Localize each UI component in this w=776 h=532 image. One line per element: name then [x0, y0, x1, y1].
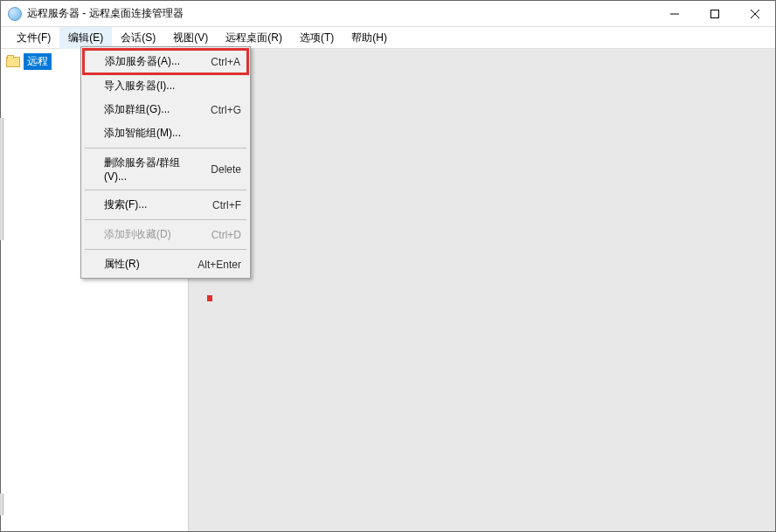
menu-search[interactable]: 搜索(F)... Ctrl+F — [83, 193, 248, 217]
red-marker — [207, 295, 212, 301]
menu-add-group[interactable]: 添加群组(G)... Ctrl+G — [83, 98, 248, 121]
menu-item-shortcut: Delete — [211, 163, 241, 176]
folder-icon — [6, 57, 20, 67]
left-panel-tab[interactable] — [0, 118, 3, 240]
menu-item-label: 添加服务器(A)... — [105, 54, 200, 69]
menu-item-label: 添加智能组(M)... — [104, 126, 241, 141]
menu-separator — [85, 148, 246, 149]
menu-item-label: 添加到收藏(D) — [104, 227, 201, 242]
menu-item-label: 属性(R) — [104, 257, 187, 272]
tree-root-label: 远程 — [24, 53, 52, 70]
menu-item-label: 添加群组(G)... — [104, 102, 200, 117]
menu-edit[interactable]: 编辑(E) — [59, 27, 112, 49]
menu-add-favorites: 添加到收藏(D) Ctrl+D — [83, 223, 248, 246]
menu-item-shortcut: Ctrl+A — [211, 56, 240, 68]
menu-options[interactable]: 选项(T) — [291, 27, 343, 49]
menu-item-label: 搜索(F)... — [104, 197, 202, 212]
menu-help[interactable]: 帮助(H) — [343, 27, 396, 49]
app-icon — [8, 7, 22, 21]
window-controls — [655, 1, 775, 26]
menu-view[interactable]: 视图(V) — [164, 27, 217, 49]
menu-item-shortcut: Ctrl+D — [211, 229, 241, 241]
titlebar: 远程服务器 - 远程桌面连接管理器 — [1, 1, 775, 27]
window-title: 远程服务器 - 远程桌面连接管理器 — [27, 6, 655, 21]
maximize-button[interactable] — [695, 1, 735, 26]
menu-add-smart-group[interactable]: 添加智能组(M)... — [83, 121, 248, 145]
menu-add-server[interactable]: 添加服务器(A)... Ctrl+A — [82, 48, 249, 75]
left-panel-tab-bottom[interactable] — [0, 494, 3, 515]
minimize-button[interactable] — [655, 1, 695, 26]
menu-item-shortcut: Alt+Enter — [197, 259, 241, 271]
menu-properties[interactable]: 属性(R) Alt+Enter — [83, 252, 248, 276]
menu-file[interactable]: 文件(F) — [8, 27, 59, 49]
menu-separator — [85, 219, 246, 220]
menu-item-shortcut: Ctrl+G — [211, 104, 241, 116]
main-content — [189, 49, 775, 531]
menu-item-shortcut: Ctrl+F — [212, 199, 241, 211]
menu-separator — [85, 249, 246, 250]
menu-separator — [85, 190, 246, 190]
menu-session[interactable]: 会话(S) — [112, 27, 164, 49]
close-button[interactable] — [735, 1, 775, 26]
edit-dropdown-menu: 添加服务器(A)... Ctrl+A 导入服务器(I)... 添加群组(G)..… — [80, 46, 251, 279]
menu-item-label: 删除服务器/群组(V)... — [104, 155, 200, 183]
menu-remote-desktop[interactable]: 远程桌面(R) — [217, 27, 291, 49]
menu-item-label: 导入服务器(I)... — [104, 79, 241, 93]
svg-rect-1 — [711, 10, 719, 17]
menu-delete-server-group[interactable]: 删除服务器/群组(V)... Delete — [83, 151, 248, 187]
menu-import-server[interactable]: 导入服务器(I)... — [83, 74, 248, 98]
